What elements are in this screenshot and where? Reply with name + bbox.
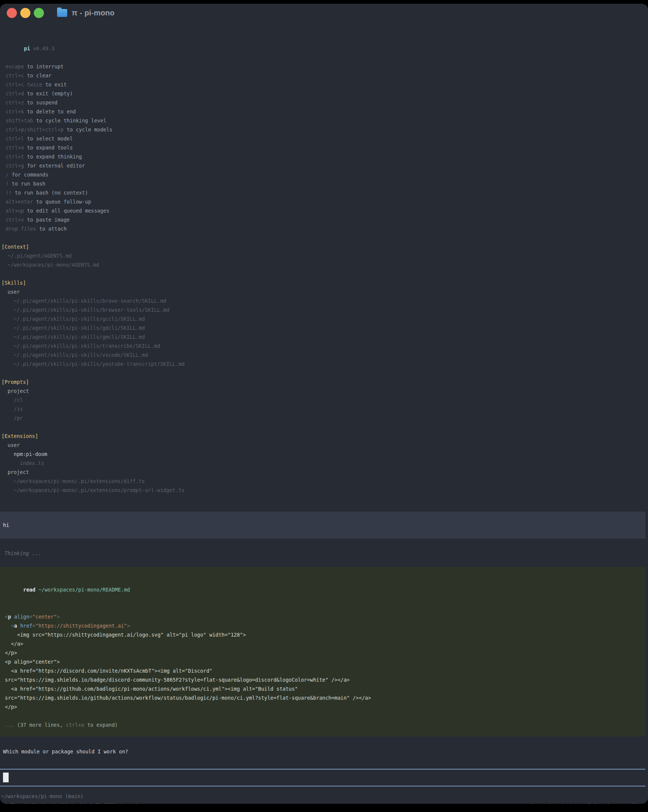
status-bar: ~/workspaces/pi-mono (main) ↑4.7k ↓44 R3… bbox=[1, 792, 648, 804]
terminal-line: ~/.pi/agent/skills/pi-skills/gdcli/SKILL… bbox=[2, 324, 648, 333]
terminal-line: ~/.pi/agent/skills/pi-skills/transcribe/… bbox=[2, 341, 648, 350]
terminal-line: alt+up to edit all queued messages bbox=[6, 206, 648, 215]
skills-items: ~/.pi/agent/skills/pi-skills/brave-searc… bbox=[2, 296, 648, 368]
terminal-line: npm:pi-doom bbox=[2, 450, 648, 459]
shortcut-list: escape to interruptctrl+c to clearctrl+c… bbox=[6, 62, 648, 233]
terminal-line: escape to interrupt bbox=[6, 62, 648, 71]
terminal-line: ~/workspaces/pi-mono/AGENTS.md bbox=[2, 260, 648, 269]
terminal-line: ctrl+z to suspend bbox=[6, 98, 648, 107]
terminal-line: ctrl+c twice to exit bbox=[6, 80, 648, 89]
context-header: [Context] bbox=[2, 242, 648, 251]
terminal-line: /cl bbox=[2, 395, 648, 404]
terminal-line: </p> bbox=[5, 702, 640, 711]
skills-section: [Skills] user ~/.pi/agent/skills/pi-skil… bbox=[2, 278, 648, 368]
terminal-line: shift+tab to cycle thinking level bbox=[6, 116, 648, 125]
terminal-line: <p align="center"> bbox=[5, 657, 640, 666]
skills-header: [Skills] bbox=[2, 278, 648, 287]
terminal-line: </a> bbox=[5, 639, 640, 648]
terminal-line: ctrl+c to clear bbox=[6, 71, 648, 80]
app-header: piv0.49.3 escape to interruptctrl+c to c… bbox=[6, 35, 648, 233]
prompts-items: /cl/is/pr bbox=[2, 395, 648, 423]
terminal-line: ~/.pi/agent/AGENTS.md bbox=[2, 251, 648, 260]
close-button[interactable] bbox=[7, 8, 17, 18]
terminal-line: <img src="https://shittycodingagent.ai/l… bbox=[5, 630, 640, 639]
assistant-message: Which module or package should I work on… bbox=[3, 747, 648, 756]
prompts-group-label: project bbox=[2, 386, 648, 395]
terminal-line: ~/workspaces/pi-mono/.pi/extensions/prom… bbox=[2, 485, 648, 495]
folder-icon bbox=[57, 9, 67, 17]
terminal-line: ctrl+k to delete to end bbox=[6, 107, 648, 116]
terminal-line: <p align="center"> bbox=[5, 612, 640, 621]
terminal-line: <a href="https://shittycodingagent.ai"> bbox=[5, 621, 640, 630]
terminal-line: ~/.pi/agent/skills/pi-skills/gccli/SKILL… bbox=[2, 314, 648, 324]
code-lines: <p align="center"> <a href="https://shit… bbox=[5, 612, 640, 711]
terminal-line: / for commands bbox=[6, 170, 648, 179]
prompts-section: [Prompts] project /cl/is/pr bbox=[2, 377, 648, 423]
blank-line bbox=[5, 711, 640, 720]
titlebar: π - pi-mono bbox=[0, 4, 648, 22]
terminal-line: drop files to attach bbox=[6, 224, 648, 233]
terminal-line: ctrl+o to expand tools bbox=[6, 143, 648, 152]
terminal-line: ~/.pi/agent/skills/pi-skills/vscode/SKIL… bbox=[2, 350, 648, 359]
terminal-line: user bbox=[2, 441, 648, 450]
terminal-line: ctrl+p/shift+ctrl+p to cycle models bbox=[6, 125, 648, 134]
blank-line bbox=[5, 603, 640, 612]
expand-line[interactable]: ... (37 more lines, ctrl+o to expand) bbox=[5, 720, 640, 730]
terminal-line: ctrl+t to expand thinking bbox=[6, 152, 648, 161]
context-section: [Context] ~/.pi/agent/AGENTS.md~/workspa… bbox=[2, 242, 648, 269]
terminal-line: src="https://img.shields.io/badge/discor… bbox=[5, 675, 640, 684]
terminal-line: /pr bbox=[2, 414, 648, 423]
app-version: v0.49.3 bbox=[33, 46, 55, 52]
cwd-branch: ~/workspaces/pi-mono (main) bbox=[1, 792, 648, 801]
model-info: (openai-codex) gpt-5.2-codex · medium bbox=[530, 801, 643, 804]
thinking-indicator: Thinking ... bbox=[5, 549, 648, 558]
terminal-line: <a href="https://github.com/badlogic/pi-… bbox=[5, 684, 640, 693]
status-line: ↑4.7k ↓44 R3.8k $0.009 (sub) 1.7%/272k (… bbox=[1, 801, 648, 804]
terminal-line: src="https://img.shields.io/github/actio… bbox=[5, 693, 640, 702]
user-message-text: hi bbox=[3, 520, 642, 530]
app-version-line: piv0.49.3 bbox=[6, 35, 648, 62]
terminal-line: ~/.pi/agent/skills/pi-skills/brave-searc… bbox=[2, 296, 648, 305]
terminal-line: ~/workspaces/pi-mono/.pi/extensions/diff… bbox=[2, 476, 648, 485]
terminal-line: ~/.pi/agent/skills/pi-skills/youtube-tra… bbox=[2, 359, 648, 368]
prompts-header: [Prompts] bbox=[2, 377, 648, 386]
skills-group-label: user bbox=[2, 287, 648, 296]
terminal-line: ~/.pi/agent/skills/pi-skills/browser-too… bbox=[2, 305, 648, 314]
terminal-window: π - pi-mono piv0.49.3 escape to interrup… bbox=[0, 4, 648, 804]
terminal-line: ! to run bash bbox=[6, 179, 648, 188]
maximize-button[interactable] bbox=[34, 8, 44, 18]
minimize-button[interactable] bbox=[20, 8, 30, 18]
terminal-line: /is bbox=[2, 404, 648, 414]
usage-stats: ↑4.7k ↓44 R3.8k $0.009 (sub) 1.7%/272k (… bbox=[1, 801, 139, 804]
terminal-line: !! to run bash (no context) bbox=[6, 188, 648, 197]
terminal-line: ctrl+g for external editor bbox=[6, 161, 648, 170]
app-name: pi bbox=[24, 46, 30, 52]
terminal-line: index.ts bbox=[2, 459, 648, 468]
extensions-header: [Extensions] bbox=[2, 432, 648, 441]
terminal-line: alt+enter to queue follow-up bbox=[6, 197, 648, 206]
terminal-line: ctrl+v to paste image bbox=[6, 215, 648, 224]
tool-name: read bbox=[23, 587, 36, 593]
tool-call-header: read~/workspaces/pi-mono/README.md bbox=[5, 576, 640, 603]
terminal-line: <a href="https://discord.com/invite/nKXT… bbox=[5, 666, 640, 675]
terminal-line: project bbox=[2, 468, 648, 476]
text-cursor bbox=[3, 772, 9, 782]
user-message-block: hi bbox=[0, 511, 645, 539]
tool-call-block: read~/workspaces/pi-mono/README.md <p al… bbox=[0, 567, 645, 737]
window-title: π - pi-mono bbox=[72, 8, 114, 17]
terminal-line: ~/.pi/agent/skills/pi-skills/gmcli/SKILL… bbox=[2, 333, 648, 341]
terminal-line: ctrl+d to exit (empty) bbox=[6, 89, 648, 98]
prompt-input[interactable] bbox=[0, 769, 645, 786]
context-items: ~/.pi/agent/AGENTS.md~/workspaces/pi-mon… bbox=[2, 251, 648, 269]
terminal-line: ctrl+l to select model bbox=[6, 134, 648, 143]
extensions-section: [Extensions] usernpm:pi-doomindex.tsproj… bbox=[2, 432, 648, 495]
tool-arg: ~/workspaces/pi-mono/README.md bbox=[38, 587, 130, 593]
extensions-rows: usernpm:pi-doomindex.tsproject~/workspac… bbox=[2, 441, 648, 495]
terminal-line: </p> bbox=[5, 648, 640, 657]
